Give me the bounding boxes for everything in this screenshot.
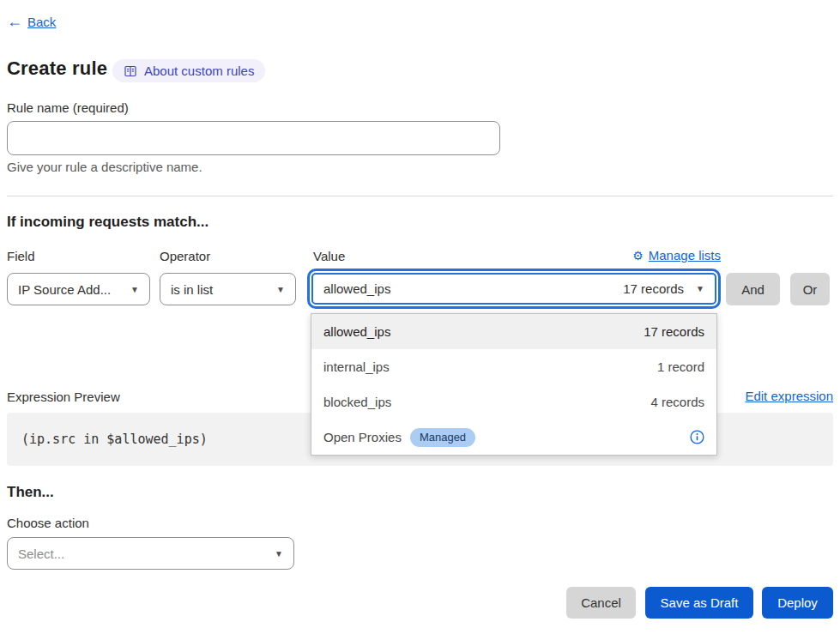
action-select[interactable]: Select... ▼ bbox=[7, 537, 294, 570]
choose-action-label: Choose action bbox=[7, 516, 89, 530]
edit-expression-link[interactable]: Edit expression bbox=[745, 389, 833, 403]
expression-preview-label: Expression Preview bbox=[7, 389, 120, 404]
save-as-draft-button[interactable]: Save as Draft bbox=[645, 587, 753, 619]
section-divider bbox=[7, 196, 833, 196]
list-item-name: blocked_ips bbox=[323, 395, 391, 409]
chevron-down-icon: ▼ bbox=[130, 285, 139, 294]
chevron-down-icon: ▼ bbox=[696, 284, 704, 293]
deploy-button[interactable]: Deploy bbox=[762, 587, 833, 619]
list-item-blocked-ips[interactable]: blocked_ips 4 records bbox=[311, 384, 716, 420]
value-dropdown-panel: allowed_ips 17 records internal_ips 1 re… bbox=[311, 313, 717, 456]
or-button[interactable]: Or bbox=[790, 273, 830, 305]
list-item-count: 17 records bbox=[644, 324, 704, 339]
cancel-button[interactable]: Cancel bbox=[566, 587, 636, 619]
page-title: Create rule bbox=[7, 57, 107, 80]
back-link[interactable]: ←Back bbox=[7, 14, 56, 29]
edit-expression-label: Edit expression bbox=[745, 389, 833, 403]
value-select-value: allowed_ips bbox=[323, 281, 390, 296]
back-arrow-icon: ← bbox=[7, 14, 22, 29]
list-item-name: allowed_ips bbox=[323, 324, 390, 339]
gear-icon: ⚙ bbox=[632, 250, 644, 262]
list-item-name: Open Proxies bbox=[323, 430, 402, 444]
value-select[interactable]: allowed_ips 17 records ▼ bbox=[311, 273, 716, 305]
list-item-count: 4 records bbox=[650, 395, 704, 409]
rule-name-helper: Give your rule a descriptive name. bbox=[7, 160, 202, 174]
list-item-count: 1 record bbox=[657, 359, 704, 374]
value-column-label: Value bbox=[313, 249, 345, 263]
chevron-down-icon: ▼ bbox=[276, 285, 285, 294]
back-link-label: Back bbox=[27, 15, 56, 29]
value-select-count: 17 records bbox=[623, 281, 684, 296]
list-item-open-proxies[interactable]: Open Proxies Managed bbox=[311, 420, 716, 455]
operator-select-value: is in list bbox=[171, 282, 213, 297]
operator-column-label: Operator bbox=[160, 249, 210, 263]
list-item-internal-ips[interactable]: internal_ips 1 record bbox=[311, 349, 716, 384]
manage-lists-label: Manage lists bbox=[649, 248, 721, 263]
managed-badge: Managed bbox=[410, 428, 475, 447]
rule-name-label: Rule name (required) bbox=[7, 100, 129, 115]
operator-select[interactable]: is in list ▼ bbox=[160, 273, 296, 305]
action-select-placeholder: Select... bbox=[18, 546, 64, 561]
field-column-label: Field bbox=[7, 249, 35, 263]
rule-name-input[interactable] bbox=[7, 121, 500, 155]
value-select-focus-ring: allowed_ips 17 records ▼ bbox=[307, 269, 721, 309]
expression-code: (ip.src in $allowed_ips) bbox=[21, 432, 208, 447]
about-badge-label: About custom rules bbox=[144, 63, 254, 78]
chevron-down-icon: ▼ bbox=[275, 549, 283, 559]
field-select[interactable]: IP Source Add... ▼ bbox=[7, 273, 150, 305]
then-section-heading: Then... bbox=[7, 484, 54, 501]
match-section-heading: If incoming requests match... bbox=[7, 214, 208, 231]
book-icon bbox=[124, 64, 137, 78]
about-custom-rules-badge[interactable]: About custom rules bbox=[112, 59, 265, 82]
list-item-name: internal_ips bbox=[323, 359, 390, 374]
list-item-allowed-ips[interactable]: allowed_ips 17 records bbox=[311, 314, 716, 349]
create-rule-page: ←Back Create rule About custom rules Rul… bbox=[0, 0, 840, 634]
manage-lists-link[interactable]: ⚙Manage lists bbox=[632, 248, 721, 263]
and-button[interactable]: And bbox=[726, 273, 780, 305]
field-select-value: IP Source Add... bbox=[18, 282, 111, 297]
info-icon[interactable] bbox=[690, 430, 704, 444]
